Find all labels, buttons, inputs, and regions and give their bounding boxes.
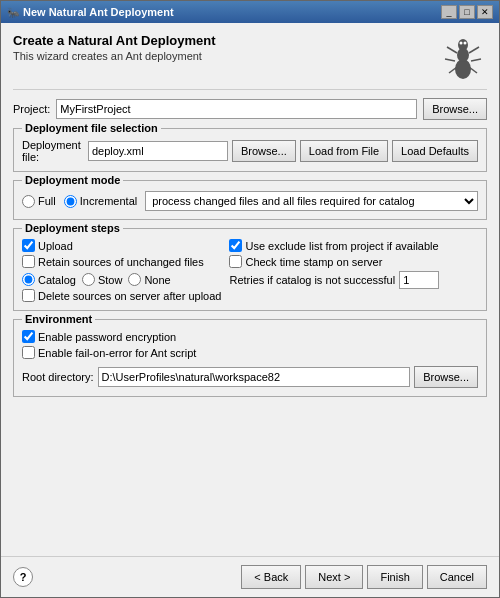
titlebar: 🐜 New Natural Ant Deployment _ □ ✕: [1, 1, 499, 23]
deployment-steps-title: Deployment steps: [22, 222, 123, 234]
svg-point-9: [460, 42, 463, 45]
upload-checkbox-label[interactable]: Upload: [22, 239, 221, 252]
dialog-content: Create a Natural Ant Deployment This wiz…: [1, 23, 499, 556]
svg-line-5: [445, 59, 455, 61]
finish-button[interactable]: Finish: [367, 565, 422, 589]
svg-line-3: [447, 47, 457, 53]
retries-input[interactable]: [399, 271, 439, 289]
deployment-mode-radio-group: Full Incremental process changed files a…: [22, 191, 478, 211]
mode-dropdown[interactable]: process changed files and all files requ…: [145, 191, 478, 211]
delete-checkbox[interactable]: [22, 289, 35, 302]
deployment-file-group: Deployment file selection Deployment fil…: [13, 128, 487, 172]
env-section: Enable password encryption Enable fail-o…: [22, 330, 478, 388]
help-button[interactable]: ?: [13, 567, 33, 587]
rootdir-label: Root directory:: [22, 371, 94, 383]
load-from-file-button[interactable]: Load from File: [300, 140, 388, 162]
rootdir-browse-button[interactable]: Browse...: [414, 366, 478, 388]
failon-checkbox-label[interactable]: Enable fail-on-error for Ant script: [22, 346, 478, 359]
deploy-file-label: Deployment file:: [22, 139, 84, 163]
project-input[interactable]: [56, 99, 417, 119]
catalog-radio-row: Catalog Stow None: [22, 273, 221, 286]
next-button[interactable]: Next >: [305, 565, 363, 589]
window-icon: 🐜: [7, 7, 19, 18]
incremental-radio[interactable]: [64, 195, 77, 208]
svg-point-10: [464, 42, 467, 45]
timestamp-checkbox-label[interactable]: Check time stamp on server: [229, 255, 439, 268]
bottom-bar: ? < Back Next > Finish Cancel: [1, 556, 499, 597]
deployment-mode-group: Deployment mode Full Incremental process…: [13, 180, 487, 220]
delete-checkbox-label[interactable]: Delete sources on server after upload: [22, 289, 221, 302]
close-button[interactable]: ✕: [477, 5, 493, 19]
svg-line-4: [469, 47, 479, 53]
upload-checkbox[interactable]: [22, 239, 35, 252]
project-browse-button[interactable]: Browse...: [423, 98, 487, 120]
deployment-file-title: Deployment file selection: [22, 122, 161, 134]
exclude-checkbox-label[interactable]: Use exclude list from project if availab…: [229, 239, 439, 252]
titlebar-controls: _ □ ✕: [441, 5, 493, 19]
catalog-radio-label[interactable]: Catalog: [22, 273, 76, 286]
deployment-steps-group: Deployment steps Upload Retain sources o…: [13, 228, 487, 311]
stow-radio[interactable]: [82, 273, 95, 286]
steps-right: Use exclude list from project if availab…: [229, 239, 439, 302]
bottom-buttons: < Back Next > Finish Cancel: [241, 565, 487, 589]
incremental-radio-label[interactable]: Incremental: [64, 195, 137, 208]
window-title: New Natural Ant Deployment: [23, 6, 174, 18]
project-row: Project: Browse...: [13, 98, 487, 120]
rootdir-input[interactable]: [98, 367, 411, 387]
none-radio[interactable]: [128, 273, 141, 286]
svg-line-6: [471, 59, 481, 61]
password-checkbox[interactable]: [22, 330, 35, 343]
catalog-radio[interactable]: [22, 273, 35, 286]
dialog-subtitle: This wizard creates an Ant deployment: [13, 50, 216, 62]
environment-group: Environment Enable password encryption E…: [13, 319, 487, 397]
retain-checkbox-label[interactable]: Retain sources of unchanged files: [22, 255, 221, 268]
deploy-file-input[interactable]: [88, 141, 228, 161]
deployment-mode-title: Deployment mode: [22, 174, 123, 186]
load-defaults-button[interactable]: Load Defaults: [392, 140, 478, 162]
ant-icon: [439, 33, 487, 81]
password-checkbox-label[interactable]: Enable password encryption: [22, 330, 478, 343]
exclude-checkbox[interactable]: [229, 239, 242, 252]
environment-title: Environment: [22, 313, 95, 325]
steps-left: Upload Retain sources of unchanged files…: [22, 239, 221, 302]
back-button[interactable]: < Back: [241, 565, 301, 589]
cancel-button[interactable]: Cancel: [427, 565, 487, 589]
deploy-file-row: Deployment file: Browse... Load from Fil…: [22, 139, 478, 163]
main-window: 🐜 New Natural Ant Deployment _ □ ✕ Creat…: [0, 0, 500, 598]
project-label: Project:: [13, 103, 50, 115]
retain-checkbox[interactable]: [22, 255, 35, 268]
header-section: Create a Natural Ant Deployment This wiz…: [13, 33, 487, 90]
root-dir-row: Root directory: Browse...: [22, 366, 478, 388]
timestamp-checkbox[interactable]: [229, 255, 242, 268]
minimize-button[interactable]: _: [441, 5, 457, 19]
titlebar-left: 🐜 New Natural Ant Deployment: [7, 6, 174, 18]
header-text: Create a Natural Ant Deployment This wiz…: [13, 33, 216, 62]
retries-row: Retries if catalog is not successful: [229, 271, 439, 289]
deploy-browse-button[interactable]: Browse...: [232, 140, 296, 162]
maximize-button[interactable]: □: [459, 5, 475, 19]
steps-wrapper: Upload Retain sources of unchanged files…: [22, 239, 478, 302]
full-radio-label[interactable]: Full: [22, 195, 56, 208]
svg-point-2: [458, 39, 468, 51]
failon-checkbox[interactable]: [22, 346, 35, 359]
stow-radio-label[interactable]: Stow: [82, 273, 122, 286]
dialog-title: Create a Natural Ant Deployment: [13, 33, 216, 48]
full-radio[interactable]: [22, 195, 35, 208]
none-radio-label[interactable]: None: [128, 273, 170, 286]
